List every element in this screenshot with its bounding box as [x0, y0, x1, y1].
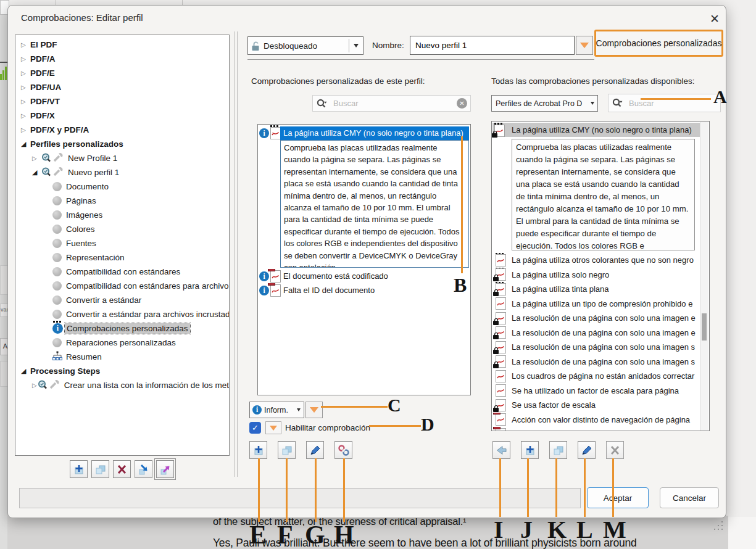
add-check-button[interactable]	[521, 441, 539, 459]
chevron-right-icon[interactable]: ▷	[21, 41, 30, 48]
add-check-button[interactable]	[249, 441, 267, 459]
annotation-letter-i: I	[494, 518, 504, 542]
duplicate-check-button[interactable]	[278, 441, 296, 459]
available-checks-search[interactable]	[608, 94, 721, 112]
chevron-expanded-icon[interactable]: ◢	[32, 168, 41, 176]
tree-item[interactable]: ▷ ◢ i PDF/UA	[15, 80, 229, 94]
chevron-expanded-icon[interactable]: ◢	[21, 140, 30, 148]
tree-item-label: El PDF	[30, 40, 57, 49]
profile-checks-search[interactable]: ✕	[312, 95, 471, 112]
edit-check-button[interactable]	[306, 441, 324, 459]
move-check-left-button[interactable]	[492, 441, 510, 459]
close-icon[interactable]: ✕	[705, 10, 724, 28]
enable-check-checkbox[interactable]: ✓	[249, 422, 261, 434]
profile-checks-label: Comprobaciones personalizadas de este pe…	[251, 76, 425, 86]
lock-state-dropdown[interactable]: Desbloqueado	[247, 36, 363, 55]
delete-profile-button[interactable]	[113, 460, 131, 478]
check-list-item[interactable]: i Falta el ID del documento	[258, 283, 470, 297]
tree-item[interactable]: ▷ ◢ i PDF/E	[15, 66, 229, 80]
scrollbar[interactable]	[700, 122, 708, 431]
header-separator	[247, 59, 594, 60]
chevron-right-icon[interactable]: ▷	[21, 126, 30, 133]
tree-item[interactable]: ▷ ◢ i PDF/A	[15, 52, 229, 66]
panel-splitter[interactable]	[237, 31, 238, 477]
available-check-item[interactable]: La página utiliza tinta plana	[492, 282, 700, 297]
accept-button[interactable]: Aceptar	[587, 487, 649, 508]
tree-item[interactable]: ▷ ◢ i Nuevo perfil 1	[15, 165, 229, 180]
tree-item[interactable]: ▷ ◢ i Compatibilidad con estándares para…	[15, 279, 229, 293]
profile-wrench-icon	[38, 379, 61, 392]
import-profile-button[interactable]	[135, 460, 152, 478]
available-check-item[interactable]: La resolución de una página con solo una…	[492, 311, 700, 326]
cancel-button[interactable]: Cancelar	[660, 487, 719, 508]
chevron-right-icon[interactable]: ▷	[32, 382, 38, 389]
check-list-item[interactable]: i El documento está codificado	[258, 269, 470, 283]
tree-item[interactable]: ▷ ◢ i Representación	[15, 250, 229, 265]
tree-item[interactable]: ▷ ◢ i PDF/VT	[15, 94, 229, 109]
tree-item[interactable]: ▷ ◢ i Compatibilidad con estándares	[15, 265, 229, 279]
profiles-source-dropdown[interactable]: Perfiles de Acrobat Pro D	[491, 95, 598, 112]
available-check-item[interactable]: Se ha utilizado un factor de escala para…	[492, 384, 700, 398]
tree-item[interactable]: ▷ ◢ i El PDF	[15, 38, 229, 52]
tree-item[interactable]: ▷ ◢ i Comprobaciones personalizadas	[15, 321, 229, 336]
severity-dropdown[interactable]: i Inform.	[249, 402, 304, 418]
annotation-line-f	[286, 458, 288, 522]
severity-options-button[interactable]	[305, 402, 323, 418]
available-check-item[interactable]: La resolución de una página con solo una…	[492, 340, 700, 355]
tree-item[interactable]: ▷ ◢ i Documento	[15, 180, 229, 194]
tree-item[interactable]: ▷ ◢ i Reparaciones personalizadas	[15, 336, 229, 350]
custom-checks-highlighted-button[interactable]: Comprobaciones personalizadas	[594, 30, 723, 57]
available-check-item[interactable]: Se usa factor de escala	[492, 398, 700, 413]
tree-item[interactable]: ▷ ◢ i Imágenes	[15, 208, 229, 222]
available-check-item[interactable]: La resolución de una página con solo una…	[492, 326, 700, 341]
available-check-item[interactable]: La página utiliza otros colorantes que n…	[492, 253, 700, 268]
available-check-item[interactable]: Aumento de la tinta de punto	[492, 427, 700, 431]
orange-triangle-icon	[310, 407, 318, 413]
profile-name-field[interactable]	[410, 36, 575, 55]
duplicate-check-button[interactable]	[549, 441, 567, 459]
available-check-item[interactable]: La página utiliza solo negro	[492, 268, 700, 283]
add-profile-button[interactable]	[70, 460, 88, 478]
chevron-expanded-icon[interactable]: ◢	[21, 367, 30, 375]
enable-check-options-button[interactable]	[265, 421, 281, 434]
chevron-right-icon[interactable]: ▷	[21, 98, 30, 105]
edit-check-button[interactable]	[578, 441, 596, 459]
tree-item-label: Páginas	[66, 196, 96, 205]
available-check-item[interactable]: La resolución de una página con solo una…	[492, 355, 700, 369]
profile-wrench-icon	[41, 152, 65, 165]
chevron-right-icon[interactable]: ▷	[21, 84, 30, 91]
available-check-item[interactable]: Los cuadros de página no están anidados …	[492, 369, 700, 384]
tree-item[interactable]: ▷ ◢ i PDF/X	[15, 109, 229, 123]
available-check-item[interactable]: Acción con valor distinto de navegación …	[492, 413, 700, 427]
tree-item[interactable]: ▷ ◢ i PDF/X y PDF/A	[15, 123, 229, 137]
chevron-right-icon[interactable]: ▷	[21, 56, 30, 62]
chevron-right-icon[interactable]: ▷	[21, 70, 30, 76]
status-field[interactable]	[19, 488, 581, 508]
delete-check-button[interactable]	[606, 441, 624, 459]
tree-item[interactable]: ▷ ◢ i Perfiles personalizados	[15, 137, 229, 151]
unlink-check-button[interactable]	[334, 441, 352, 459]
tree-item[interactable]: ▷ ◢ i New Profile 1	[15, 151, 229, 165]
scrollbar-thumb[interactable]	[702, 313, 707, 341]
panel-splitter[interactable]	[234, 31, 235, 477]
export-profile-button[interactable]	[156, 460, 174, 478]
selected-available-check-title[interactable]: La página utiliza CMY (no solo negro o t…	[512, 123, 700, 137]
duplicate-profile-button[interactable]	[91, 460, 109, 478]
chevron-right-icon[interactable]: ▷	[32, 155, 41, 162]
tree-item[interactable]: ▷ ◢ i Colores	[15, 222, 229, 236]
tree-item[interactable]: ▷ ◢ i Páginas	[15, 194, 229, 208]
tree-item[interactable]: ▷ ◢ i Resumen	[15, 350, 229, 364]
tree-item[interactable]: ▷ ◢ i Convertir a estándar	[15, 293, 229, 307]
profile-name-input[interactable]	[410, 40, 574, 51]
tree-item[interactable]: ▷ ◢ i Processing Steps	[15, 364, 229, 378]
tree-item[interactable]: ▷ ◢ i Convertir a estándar para archivos…	[15, 307, 229, 321]
tree-item[interactable]: ▷ ◢ i Crear una lista con la información…	[15, 378, 229, 392]
chevron-right-icon[interactable]: ▷	[21, 112, 30, 119]
profile-name-dropdown-button[interactable]	[576, 36, 593, 55]
check-item-label: Los cuadros de página no están anidados …	[512, 371, 694, 381]
available-check-item[interactable]: La página utiliza un tipo de compresión …	[492, 297, 700, 312]
selected-check-title[interactable]: La página utiliza CMY (no solo negro o t…	[280, 126, 469, 140]
clear-search-icon[interactable]: ✕	[457, 98, 467, 109]
tree-item[interactable]: ▷ ◢ i Fuentes	[15, 236, 229, 250]
profile-checks-search-input[interactable]	[332, 98, 457, 109]
